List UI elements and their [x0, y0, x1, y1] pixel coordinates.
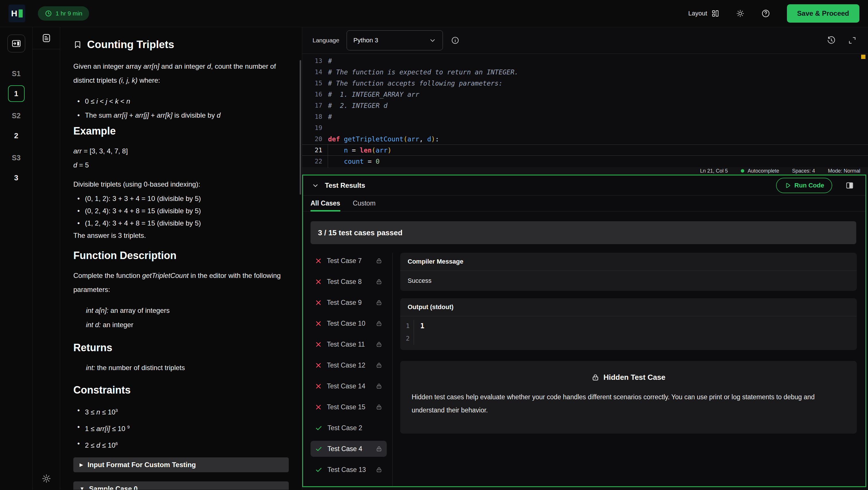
- test-case-row-test-case-14[interactable]: Test Case 14: [311, 378, 387, 394]
- code-line-19: 19: [302, 122, 868, 133]
- bullet-dot: •: [78, 192, 80, 205]
- lock-icon: [376, 279, 382, 285]
- condition-bullet: •The sum arr[i] + arr[j] + arr[k] is div…: [78, 108, 289, 122]
- rail-question-1[interactable]: 1: [8, 85, 25, 102]
- fail-x-icon: [315, 258, 322, 264]
- autocomplete-label: Autocomplete: [748, 168, 779, 174]
- lock-icon: [376, 404, 382, 410]
- constraint-bullet: •2 ≤ d ≤ 106: [78, 436, 289, 453]
- input-format-label: Input Format For Custom Testing: [88, 461, 196, 469]
- language-info-button[interactable]: [451, 36, 460, 45]
- help-button[interactable]: [761, 9, 770, 18]
- test-results-panel: Test Results Run Code All Cases Custom 3…: [302, 174, 866, 487]
- hackerrank-assessment-app: H 1 hr 9 min Layout Save & Proceed: [0, 0, 868, 490]
- line-number: 20: [302, 135, 322, 142]
- code-line-15: 15# The function accepts following param…: [302, 77, 868, 89]
- bullet-dot: •: [78, 217, 80, 229]
- test-case-row-test-case-12[interactable]: Test Case 12: [311, 357, 387, 373]
- logo-letter: H: [11, 8, 18, 18]
- tab-all-cases[interactable]: All Cases: [311, 195, 340, 211]
- divisible-heading: Divisible triplets (using 0-based indexi…: [73, 177, 289, 191]
- line-number: 16: [302, 91, 322, 98]
- test-case-row-test-case-10[interactable]: Test Case 10: [311, 316, 387, 331]
- lock-icon: [592, 373, 599, 381]
- hackerrank-logo: H: [9, 5, 25, 22]
- test-case-name: Test Case 8: [327, 278, 362, 286]
- editor-header: Language Python 3: [302, 27, 868, 54]
- stdout-gutter: 12: [400, 320, 414, 345]
- pass-check-icon: [315, 445, 322, 453]
- collapse-panel-icon: [11, 39, 21, 48]
- sample-case-label: Sample Case 0: [89, 485, 137, 490]
- sample-case-accordion[interactable]: ▼ Sample Case 0: [73, 482, 289, 490]
- code-line-18: 18#: [302, 111, 868, 122]
- code-line-13: 13#: [302, 55, 868, 66]
- layout-icon: [711, 9, 719, 18]
- test-case-row-test-case-13[interactable]: Test Case 13: [311, 462, 387, 478]
- hidden-test-case-description: Hidden test cases help evaluate whether …: [412, 390, 845, 417]
- revert-history-button[interactable]: [827, 36, 836, 45]
- run-code-button[interactable]: Run Code: [776, 178, 832, 193]
- chevron-right-icon: ▶: [80, 462, 83, 467]
- example-heading: Example: [73, 127, 289, 135]
- test-case-row-test-case-9[interactable]: Test Case 9: [311, 295, 387, 311]
- test-case-row-test-case-2[interactable]: Test Case 2: [311, 420, 387, 436]
- lock-icon: [376, 362, 382, 368]
- time-remaining-badge: 1 hr 9 min: [38, 6, 89, 21]
- code-line-14: 14# The function is expected to return a…: [302, 66, 868, 77]
- layout-button[interactable]: Layout: [688, 9, 719, 18]
- collapse-results-button[interactable]: [312, 182, 319, 189]
- example-line: d = 5: [73, 158, 289, 172]
- play-icon: [784, 182, 791, 189]
- line-number: 15: [302, 79, 322, 87]
- settings-button[interactable]: [41, 474, 51, 483]
- tab-custom[interactable]: Custom: [353, 195, 376, 211]
- code-editor[interactable]: 13#14# The function is expected to retur…: [302, 54, 868, 167]
- returns-heading: Returns: [73, 344, 289, 352]
- fail-x-icon: [315, 320, 322, 327]
- input-format-accordion[interactable]: ▶ Input Format For Custom Testing: [73, 457, 289, 472]
- stdout-content: 1: [414, 320, 424, 345]
- test-results-header: Test Results Run Code: [303, 175, 865, 195]
- split-view-button[interactable]: [845, 181, 854, 190]
- problem-statement-button[interactable]: [41, 33, 52, 43]
- compiler-message-card: Compiler Message Success: [400, 253, 857, 291]
- divisible-list: •(0, 1, 2): 3 + 3 + 4 = 10 (divisible by…: [73, 192, 289, 229]
- parameter-list: int a[n]: an array of integersint d: an …: [73, 303, 289, 332]
- pass-check-icon: [315, 466, 322, 473]
- bullet-dot: •: [78, 108, 80, 122]
- bookmark-icon[interactable]: [73, 39, 82, 50]
- rail-question-2[interactable]: 2: [8, 127, 25, 144]
- code-line-21: 21 n = len(arr): [302, 144, 868, 156]
- chevron-down-icon: [312, 182, 319, 189]
- example-values: arr = [3, 3, 4, 7, 8]d = 5: [73, 144, 289, 172]
- line-number: 21: [302, 146, 322, 154]
- bullet-dot: •: [78, 205, 80, 217]
- divisible-bullet: •(1, 2, 4): 3 + 4 + 8 = 15 (divisible by…: [78, 217, 289, 229]
- returns-line: int: the number of distinct triplets: [73, 361, 289, 375]
- info-icon: [451, 36, 460, 45]
- theme-toggle-button[interactable]: [736, 9, 745, 18]
- line-number: 17: [302, 102, 322, 109]
- fail-x-icon: [315, 362, 322, 369]
- warning-marker-icon: [861, 55, 865, 59]
- test-case-row-test-case-8[interactable]: Test Case 8: [311, 273, 387, 290]
- test-case-row-test-case-11[interactable]: Test Case 11: [311, 336, 387, 352]
- problem-scrollbar-thumb[interactable]: [300, 60, 301, 195]
- lock-icon: [376, 341, 382, 348]
- topbar: H 1 hr 9 min Layout Save & Proceed: [0, 0, 868, 27]
- collapse-sidebar-button[interactable]: [7, 35, 25, 53]
- language-label: Language: [313, 37, 339, 44]
- test-case-name: Test Case 9: [327, 299, 362, 306]
- condition-bullet: •0 ≤ i < j < k < n: [78, 94, 289, 108]
- test-case-row-test-case-15[interactable]: Test Case 15: [311, 399, 387, 415]
- fullscreen-button[interactable]: [848, 36, 857, 45]
- hidden-test-case-card: Hidden Test Case Hidden test cases help …: [400, 361, 857, 434]
- test-case-row-test-case-7[interactable]: Test Case 7: [311, 253, 387, 269]
- example-line: arr = [3, 3, 4, 7, 8]: [73, 144, 289, 158]
- test-case-name: Test Case 4: [328, 445, 362, 453]
- save-and-proceed-button[interactable]: Save & Proceed: [787, 4, 859, 23]
- rail-question-3[interactable]: 3: [8, 169, 25, 186]
- test-case-row-test-case-4[interactable]: Test Case 4: [311, 441, 387, 457]
- language-select[interactable]: Python 3: [347, 30, 443, 51]
